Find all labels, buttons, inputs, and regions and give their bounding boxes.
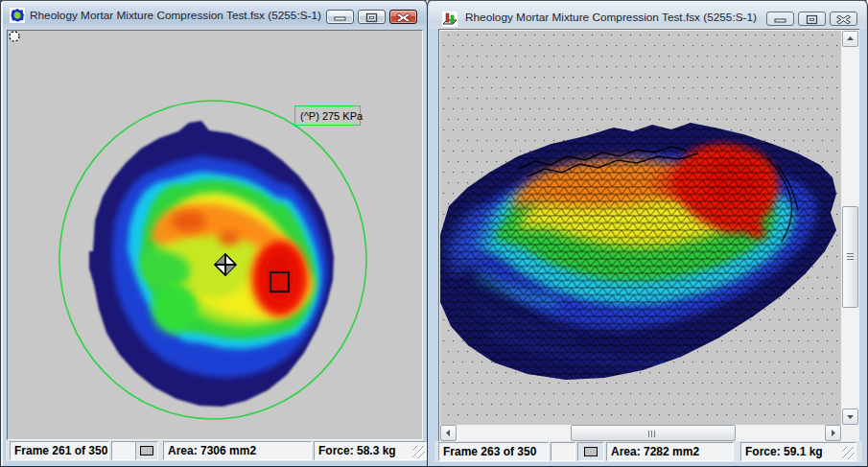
svg-text:(^P) 275 KPa: (^P) 275 KPa <box>300 110 364 122</box>
